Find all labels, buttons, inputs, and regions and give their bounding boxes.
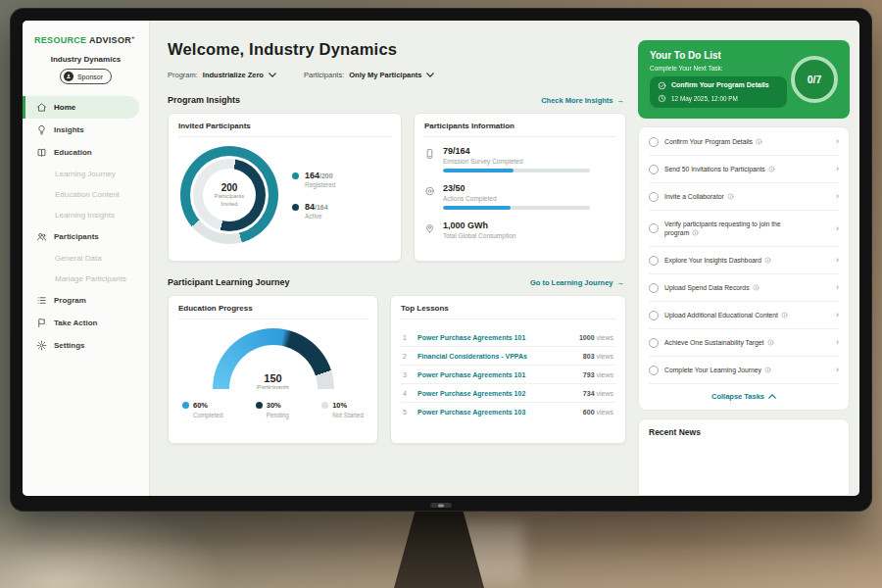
top-lessons-rows: 1Power Purchase Agreements 1011000 views… bbox=[401, 328, 615, 420]
invited-participants-card: Invited Participants 200 Participants In… bbox=[168, 113, 402, 262]
todo-task-verify-participants-requesting-to-join-the-program[interactable]: Verify participants requesting to join t… bbox=[649, 211, 839, 247]
todo-task-explore-your-insights-dashboard[interactable]: Explore Your Insights Dashboard› bbox=[649, 247, 839, 274]
progress-bar bbox=[443, 206, 590, 210]
info-label: Total Global Consumption bbox=[443, 232, 515, 239]
recent-news-card: Recent News bbox=[638, 418, 850, 496]
chevron-down-icon bbox=[269, 73, 276, 77]
donut-legend-item-active: 84/164Active bbox=[292, 202, 335, 220]
lesson-rank: 3 bbox=[403, 371, 411, 378]
lesson-rank: 5 bbox=[403, 409, 411, 416]
sidebar-item-education[interactable]: Education bbox=[23, 141, 149, 164]
sidebar: RESOURCE ADVISOR+ Industry Dynamics Spon… bbox=[23, 21, 150, 496]
chevron-up-icon bbox=[768, 394, 776, 399]
info-icon bbox=[727, 193, 734, 200]
invited-donut-chart: 200 Participants Invited bbox=[180, 146, 278, 244]
education-gauge-chart: 150 Participants bbox=[213, 328, 334, 389]
insights-cards-row: Invited Participants 200 Participants In… bbox=[168, 113, 626, 262]
info-icon bbox=[692, 229, 699, 236]
clock-icon bbox=[658, 94, 666, 103]
todo-task-send-50-invitations-to-participants[interactable]: Send 50 Invitations to Participants› bbox=[649, 156, 839, 183]
progress-bar bbox=[443, 169, 590, 172]
legend-label: Pending bbox=[267, 412, 289, 418]
sidebar-item-settings[interactable]: Settings bbox=[23, 334, 149, 357]
page-title: Welcome, Industry Dynamics bbox=[168, 40, 626, 59]
role-badge[interactable]: Sponsor bbox=[60, 69, 112, 84]
program-insights-header: Program Insights Check More Insights → bbox=[168, 95, 624, 105]
sidebar-item-participants[interactable]: Participants bbox=[23, 225, 149, 248]
collapse-tasks-button[interactable]: Collapse Tasks bbox=[649, 384, 839, 407]
program-filter-label: Program: bbox=[168, 71, 198, 79]
sidebar-item-label: Program bbox=[54, 296, 86, 305]
program-filter-value: Industrialize Zero bbox=[203, 71, 264, 79]
arrow-right-icon: → bbox=[617, 278, 625, 287]
chevron-right-icon: › bbox=[836, 165, 839, 173]
sidebar-item-learning-journey[interactable]: Learning Journey bbox=[23, 164, 149, 184]
todo-hero-card: Your To Do List Complete Your Next Task:… bbox=[638, 40, 850, 119]
gauge-center-label: Participants bbox=[213, 384, 334, 389]
education-icon bbox=[36, 147, 47, 158]
sidebar-item-home[interactable]: Home bbox=[23, 96, 139, 119]
task-checkbox[interactable] bbox=[649, 338, 659, 348]
todo-task-confirm-your-program-details[interactable]: Confirm Your Program Details› bbox=[649, 128, 839, 156]
lesson-row-5: 5Power Purchase Agreements 103600 views bbox=[401, 403, 615, 420]
top-lessons-card: Top Lessons 1Power Purchase Agreements 1… bbox=[390, 295, 626, 444]
legend-dot bbox=[256, 402, 263, 409]
lesson-link[interactable]: Financial Considerations - VPPAs bbox=[417, 353, 527, 360]
task-checkbox[interactable] bbox=[649, 165, 659, 174]
go-to-learning-journey-link[interactable]: Go to Learning Journey → bbox=[530, 278, 624, 287]
sidebar-item-take-action[interactable]: Take Action bbox=[23, 312, 149, 334]
legend-value: 164/200 bbox=[305, 171, 335, 180]
info-value: 79/164 bbox=[443, 146, 590, 156]
monitor-power-indicator bbox=[430, 503, 452, 508]
participants-information-card: Participants Information 79/164Emission … bbox=[414, 113, 626, 262]
todo-task-invite-a-collaborator[interactable]: Invite a Collaborator› bbox=[649, 183, 839, 211]
sidebar-item-insights[interactable]: Insights bbox=[23, 119, 149, 141]
dashboard-screen: RESOURCE ADVISOR+ Industry Dynamics Spon… bbox=[23, 21, 859, 496]
invited-participants-title: Invited Participants bbox=[178, 122, 391, 137]
todo-task-upload-additional-educational-content[interactable]: Upload Additional Educational Content› bbox=[649, 302, 839, 329]
task-checkbox[interactable] bbox=[649, 256, 659, 266]
task-checkbox[interactable] bbox=[649, 366, 659, 375]
role-badge-label: Sponsor bbox=[77, 74, 103, 80]
lesson-link[interactable]: Power Purchase Agreements 101 bbox=[417, 371, 525, 378]
participants-filter-label: Participants: bbox=[304, 71, 344, 79]
next-task-pill[interactable]: Confirm Your Program Details 12 May 2025… bbox=[650, 76, 787, 108]
todo-task-achieve-one-sustainability-target[interactable]: Achieve One Sustainability Target› bbox=[649, 329, 839, 357]
task-checkbox[interactable] bbox=[649, 192, 659, 202]
next-task-due: 12 May 2025, 12:00 PM bbox=[671, 95, 738, 102]
gauge-legend-item-completed: 60%Completed bbox=[182, 401, 222, 418]
lesson-link[interactable]: Power Purchase Agreements 103 bbox=[417, 409, 525, 416]
task-label: Send 50 Invitations to Participants bbox=[664, 165, 775, 174]
sidebar-item-manage-participants[interactable]: Manage Participants bbox=[23, 269, 149, 289]
todo-task-upload-spend-data-records[interactable]: Upload Spend Data Records› bbox=[649, 274, 839, 302]
info-label: Emission Survey Completed bbox=[443, 158, 590, 165]
go-to-learning-journey-label: Go to Learning Journey bbox=[530, 278, 613, 287]
task-checkbox[interactable] bbox=[649, 311, 659, 320]
take-action-icon bbox=[36, 318, 47, 328]
sidebar-item-education-content[interactable]: Education Content bbox=[23, 184, 149, 205]
task-checkbox[interactable] bbox=[649, 223, 659, 233]
donut-legend-item-registered: 164/200Registered bbox=[292, 171, 335, 188]
logo-primary: RESOURCE bbox=[34, 35, 86, 45]
gauge-center: 150 Participants bbox=[213, 372, 334, 389]
check-more-insights-link[interactable]: Check More Insights → bbox=[541, 96, 624, 105]
task-checkbox[interactable] bbox=[649, 283, 659, 293]
program-filter[interactable]: Program: Industrialize Zero bbox=[168, 71, 276, 79]
todo-task-complete-your-learning-journey[interactable]: Complete Your Learning Journey› bbox=[649, 357, 839, 384]
organization-name: Industry Dynamics bbox=[23, 55, 149, 64]
task-checkbox[interactable] bbox=[649, 137, 659, 147]
sidebar-item-learning-insights[interactable]: Learning Insights bbox=[23, 205, 149, 225]
chevron-right-icon: › bbox=[836, 366, 839, 374]
sidebar-item-program[interactable]: Program bbox=[23, 289, 149, 312]
donut-center-label: Participants Invited bbox=[207, 193, 252, 207]
donut-center-value: 200 bbox=[221, 182, 238, 193]
chevron-down-icon bbox=[426, 73, 434, 77]
lesson-link[interactable]: Power Purchase Agreements 102 bbox=[417, 390, 525, 397]
learning-cards-row: Education Progress 150 Participants 60%C… bbox=[168, 295, 626, 444]
logo-secondary: ADVISOR bbox=[89, 35, 131, 45]
legend-dot bbox=[321, 402, 328, 409]
sidebar-item-general-data[interactable]: General Data bbox=[23, 248, 149, 269]
lesson-link[interactable]: Power Purchase Agreements 101 bbox=[417, 334, 525, 341]
chevron-right-icon: › bbox=[836, 256, 839, 265]
participants-filter[interactable]: Participants: Only My Participants bbox=[304, 71, 434, 79]
